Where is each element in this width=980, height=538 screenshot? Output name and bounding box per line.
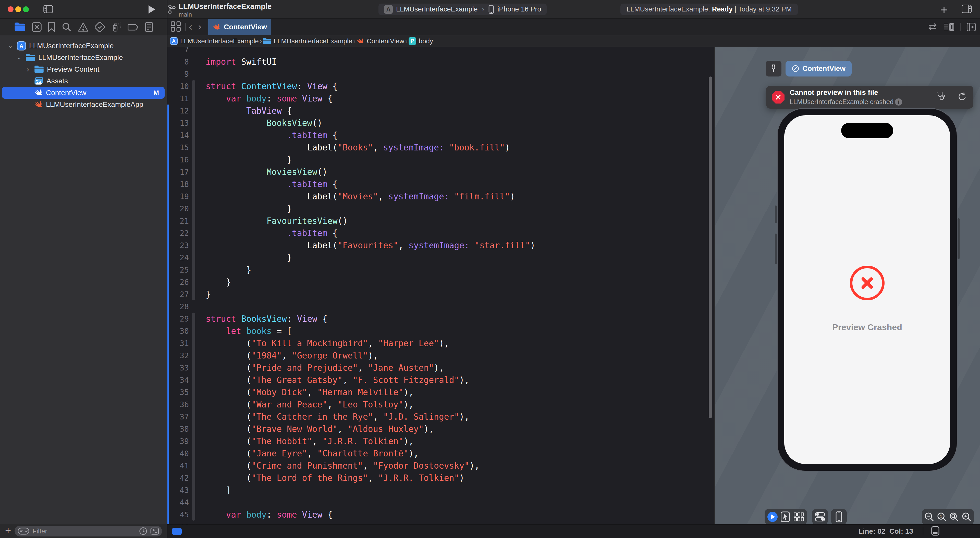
code-line-31[interactable]: 31 ("To Kill a Mockingbird", "Harper Lee… <box>167 337 714 349</box>
zoom-window-button[interactable] <box>23 6 29 12</box>
diagnostics-icon[interactable] <box>937 92 946 102</box>
code-line-38[interactable]: 38 ("Brave New World", "Aldous Huxley"), <box>167 423 714 435</box>
zoom-fit-icon[interactable] <box>949 512 959 522</box>
disclosure-chevron-icon[interactable]: › <box>24 65 31 74</box>
info-icon[interactable]: i <box>895 98 902 106</box>
add-file-button[interactable]: + <box>5 525 11 536</box>
variants-mode-icon[interactable] <box>793 512 804 522</box>
minimize-window-button[interactable] <box>15 6 21 12</box>
code-line-21[interactable]: 21 FavouritesView() <box>167 215 714 227</box>
disclosure-chevron-icon[interactable]: ⌄ <box>16 54 22 61</box>
zoom-100-icon[interactable]: 1 <box>937 512 947 522</box>
file-tree-row-LLMUserInterfaceExampleApp[interactable]: LLMUserInterfaceExampleApp <box>2 99 165 110</box>
code-line-37[interactable]: 37 ("The Catcher in the Rye", "J.D. Sali… <box>167 411 714 423</box>
code-line-12[interactable]: 12 TabView { <box>167 105 714 117</box>
disclosure-chevron-icon[interactable]: ⌄ <box>7 43 14 49</box>
project-navigator-icon[interactable] <box>14 22 25 32</box>
file-tree-row-Preview Content[interactable]: ›Preview Content <box>2 63 165 75</box>
find-navigator-icon[interactable] <box>62 22 72 32</box>
zoom-in-icon[interactable] <box>961 512 972 522</box>
zoom-out-icon[interactable] <box>924 512 934 522</box>
library-plus-icon[interactable] <box>940 6 948 15</box>
code-line-29[interactable]: 29struct BooksView: View { <box>167 313 714 325</box>
back-chevron-icon[interactable]: ‹ <box>186 22 195 32</box>
file-tree-row-ContentView[interactable]: ContentViewM <box>2 87 165 99</box>
breadcrumb-item-ContentView[interactable]: ContentView <box>356 37 404 45</box>
code-line-28[interactable]: 28 <box>167 300 714 313</box>
code-line-40[interactable]: 40 ("Jane Eyre", "Charlotte Brontë"), <box>167 447 714 459</box>
code-line-45[interactable]: 45 var body: some View { <box>167 508 714 521</box>
code-line-36[interactable]: 36 ("War and Peace", "Leo Tolstoy"), <box>167 398 714 411</box>
debug-navigator-icon[interactable] <box>111 22 121 32</box>
run-button[interactable] <box>148 5 155 14</box>
code-line-22[interactable]: 22 .tabItem { <box>167 227 714 239</box>
breadcrumb-item-body[interactable]: Pbody <box>409 37 433 45</box>
breadcrumb-item-LLMUserInterfaceExample[interactable]: ALLMUserInterfaceExample <box>170 37 259 45</box>
retry-icon[interactable] <box>958 92 967 102</box>
scheme-selector[interactable]: A LLMUserInterfaceExample › iPhone 16 Pr… <box>379 3 547 15</box>
filter-input[interactable]: Filter <box>14 526 162 536</box>
code-line-8[interactable]: 8import SwiftUI <box>167 56 714 68</box>
source-control-navigator-icon[interactable] <box>32 22 42 32</box>
source-editor[interactable]: 78import SwiftUI910struct ContentView: V… <box>167 47 714 524</box>
swap-editors-icon[interactable] <box>928 23 938 31</box>
preview-device-button[interactable] <box>831 509 847 525</box>
code-line-19[interactable]: 19 Label("Movies", systemImage: "film.fi… <box>167 190 714 202</box>
sidebar-divider[interactable] <box>167 0 167 538</box>
editor-canvas-toggle-icon[interactable] <box>931 526 940 537</box>
scheme-name[interactable]: LLMUserInterfaceExample <box>396 5 478 13</box>
tab-contentview[interactable]: ContentView <box>208 19 271 35</box>
code-line-32[interactable]: 32 ("1984", "George Orwell"), <box>167 349 714 362</box>
reports-navigator-icon[interactable] <box>145 22 153 32</box>
code-line-23[interactable]: 23 Label("Favourites", systemImage: "sta… <box>167 239 714 251</box>
tab-overview-icon[interactable] <box>170 21 181 33</box>
code-line-39[interactable]: 39 ("The Hobbit", "J.R.R. Tolkien"), <box>167 435 714 447</box>
code-line-13[interactable]: 13 BooksView() <box>167 117 714 129</box>
code-line-25[interactable]: 25 } <box>167 263 714 276</box>
bookmarks-navigator-icon[interactable] <box>48 22 56 32</box>
breadcrumb-item-LLMUserInterfaceExample[interactable]: LLMUserInterfaceExample <box>263 37 352 45</box>
code-line-14[interactable]: 14 .tabItem { <box>167 129 714 141</box>
editor-options-icon[interactable] <box>943 22 955 32</box>
live-preview-button[interactable] <box>767 512 778 522</box>
code-line-41[interactable]: 41 ("Crime and Punishment", "Fyodor Dost… <box>167 459 714 472</box>
tests-navigator-icon[interactable] <box>94 22 105 32</box>
code-line-27[interactable]: 27} <box>167 288 714 300</box>
device-settings-button[interactable] <box>812 509 828 525</box>
code-line-16[interactable]: 16 } <box>167 154 714 166</box>
code-line-24[interactable]: 24 } <box>167 251 714 263</box>
file-tree-row-LLMUserInterfaceExample[interactable]: ⌄LLMUserInterfaceExample <box>2 52 165 63</box>
close-window-button[interactable] <box>8 6 14 12</box>
scm-filter-icon[interactable] <box>150 527 159 535</box>
navigator-toggle-icon[interactable] <box>43 5 53 14</box>
issues-navigator-icon[interactable] <box>78 22 89 32</box>
code-line-11[interactable]: 11 var body: some View { <box>167 92 714 105</box>
forward-chevron-icon[interactable]: › <box>195 22 205 32</box>
inspector-toggle-icon[interactable] <box>962 5 972 14</box>
code-line-33[interactable]: 33 ("Pride and Prejudice", "Jane Austen"… <box>167 362 714 374</box>
code-line-18[interactable]: 18 .tabItem { <box>167 178 714 190</box>
code-line-9[interactable]: 9 <box>167 68 714 80</box>
file-tree-row-Assets[interactable]: Assets <box>2 75 165 87</box>
code-line-34[interactable]: 34 ("The Great Gatsby", "F. Scott Fitzge… <box>167 374 714 386</box>
selectable-mode-icon[interactable] <box>780 511 791 522</box>
code-line-46[interactable]: 46 <box>167 521 714 524</box>
code-line-43[interactable]: 43 ] <box>167 484 714 496</box>
code-line-15[interactable]: 15 Label("Books", systemImage: "book.fil… <box>167 141 714 154</box>
code-line-42[interactable]: 42 ("The Lord of the Rings", "J.R.R. Tol… <box>167 472 714 484</box>
add-editor-icon[interactable] <box>966 22 977 32</box>
code-line-10[interactable]: 10struct ContentView: View { <box>167 80 714 92</box>
code-line-44[interactable]: 44 <box>167 496 714 508</box>
file-tree-row-LLMUserInterfaceExample[interactable]: ⌄ALLMUserInterfaceExample <box>2 40 165 52</box>
code-line-7[interactable]: 7 <box>167 47 714 56</box>
code-line-30[interactable]: 30 let books = [ <box>167 325 714 337</box>
breakpoints-navigator-icon[interactable] <box>127 23 138 31</box>
pin-preview-button[interactable] <box>765 61 781 76</box>
code-line-20[interactable]: 20 } <box>167 202 714 215</box>
code-line-26[interactable]: 26 } <box>167 276 714 288</box>
modified-indicator-badge[interactable] <box>172 528 182 535</box>
code-line-35[interactable]: 35 ("Moby Dick", "Herman Melville"), <box>167 386 714 398</box>
recent-files-clock-icon[interactable] <box>139 527 147 535</box>
code-line-17[interactable]: 17 MoviesView() <box>167 166 714 178</box>
editor-scrollbar[interactable] <box>709 76 712 418</box>
